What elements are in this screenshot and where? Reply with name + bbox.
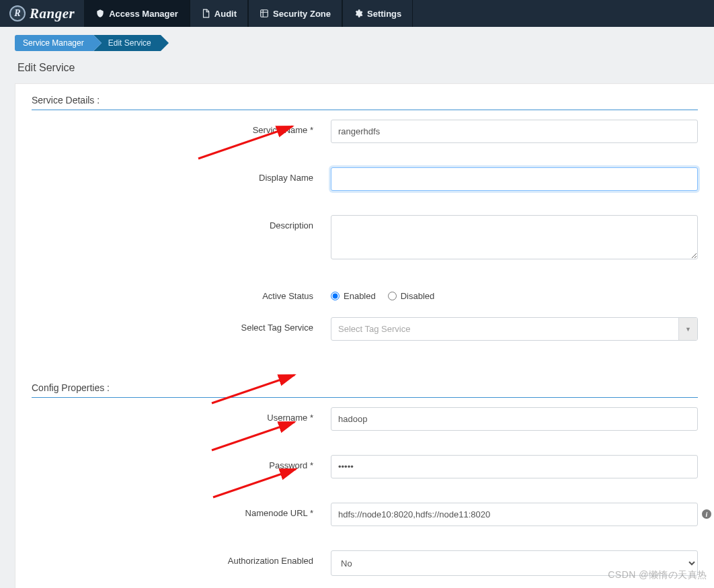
radio-disabled[interactable] xyxy=(388,292,397,300)
active-status-disabled[interactable]: Disabled xyxy=(388,291,435,301)
chevron-down-icon[interactable]: ▼ xyxy=(678,318,697,340)
nav-access-manager[interactable]: Access Manager xyxy=(84,0,190,27)
section-config-properties: Config Properties : xyxy=(32,382,698,398)
label-display-name: Display Name xyxy=(32,167,331,183)
namenode-url-input[interactable] xyxy=(331,503,698,526)
label-authorization-enabled: Authorization Enabled xyxy=(32,550,331,566)
nav-label: Settings xyxy=(367,9,401,19)
shield-icon xyxy=(95,9,105,18)
breadcrumb-service-manager[interactable]: Service Manager xyxy=(15,35,93,51)
nav-label: Security Zone xyxy=(273,9,331,19)
nav-settings[interactable]: Settings xyxy=(342,0,413,27)
breadcrumb-edit-service[interactable]: Edit Service xyxy=(93,35,161,51)
top-nav: R Ranger Access Manager Audit Security Z… xyxy=(0,0,714,27)
radio-label: Enabled xyxy=(344,291,376,301)
label-password: Password * xyxy=(32,455,331,470)
logo-badge-icon: R xyxy=(9,5,26,22)
breadcrumb-label: Edit Service xyxy=(108,38,151,48)
nav-label: Access Manager xyxy=(109,9,178,19)
file-icon xyxy=(201,9,210,18)
watermark: CSDN @懒惰の天真热 xyxy=(608,569,707,581)
app-name: Ranger xyxy=(30,5,75,22)
section-service-details: Service Details : xyxy=(32,95,698,110)
svg-rect-0 xyxy=(261,10,268,17)
gear-icon xyxy=(354,9,363,18)
nav-audit[interactable]: Audit xyxy=(190,0,248,27)
tag-service-placeholder: Select Tag Service xyxy=(331,318,678,340)
radio-label: Disabled xyxy=(401,291,435,301)
info-icon[interactable]: i xyxy=(702,509,711,519)
username-input[interactable] xyxy=(331,407,698,431)
radio-enabled[interactable] xyxy=(331,292,340,300)
tag-service-select[interactable]: Select Tag Service ▼ xyxy=(331,317,698,341)
label-active-status: Active Status xyxy=(32,286,331,301)
active-status-enabled[interactable]: Enabled xyxy=(331,291,376,301)
page-title: Edit Service xyxy=(0,56,714,83)
service-name-input[interactable] xyxy=(331,120,698,143)
form-panel: Service Details : Service Name * Display… xyxy=(15,83,714,588)
label-service-name: Service Name * xyxy=(32,120,331,135)
nav-label: Audit xyxy=(214,9,237,19)
label-namenode-url: Namenode URL * xyxy=(32,503,331,518)
nav-items: Access Manager Audit Security Zone Setti… xyxy=(84,0,413,27)
label-username: Username * xyxy=(32,407,331,423)
password-input[interactable] xyxy=(331,455,698,478)
description-input[interactable] xyxy=(331,215,698,259)
nav-security-zone[interactable]: Security Zone xyxy=(248,0,342,27)
label-tag-service: Select Tag Service xyxy=(32,317,331,333)
breadcrumb: Service Manager Edit Service xyxy=(0,27,714,56)
label-description: Description xyxy=(32,215,331,230)
zone-icon xyxy=(260,9,269,18)
display-name-input[interactable] xyxy=(331,167,698,191)
app-logo[interactable]: R Ranger xyxy=(0,0,84,27)
breadcrumb-label: Service Manager xyxy=(23,38,84,48)
